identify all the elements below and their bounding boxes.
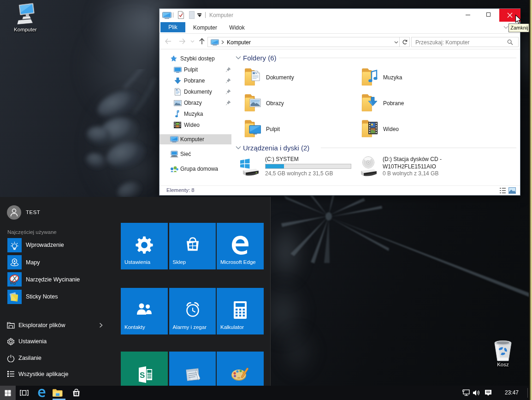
svg-text:S: S <box>140 371 145 380</box>
